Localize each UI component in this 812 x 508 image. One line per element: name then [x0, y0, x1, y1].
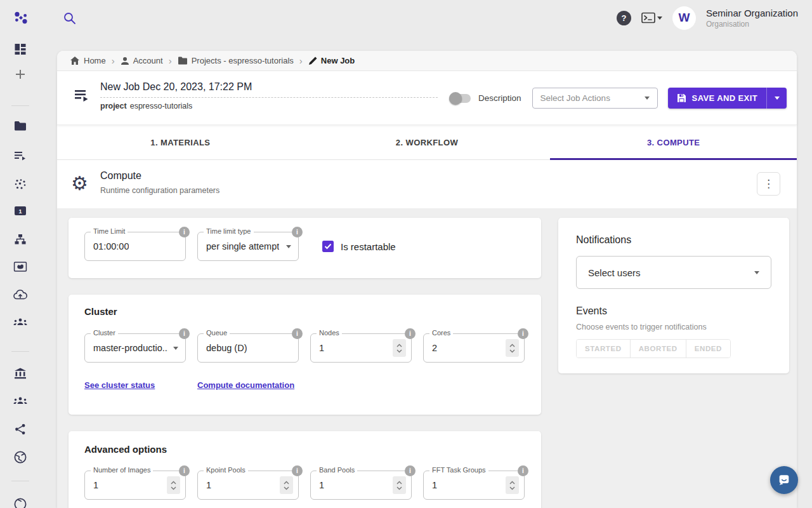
terminal-menu[interactable] — [641, 12, 662, 23]
globe-icon[interactable] — [14, 451, 27, 464]
tab-workflow[interactable]: 2. WORKFLOW — [304, 125, 551, 159]
kebab-menu-button[interactable]: ⋮ — [757, 172, 780, 196]
queue-field[interactable]: Queue debug (D) i — [197, 333, 299, 363]
folder-icon[interactable] — [14, 121, 27, 131]
chevron-down-icon — [286, 245, 291, 248]
svg-text:1: 1 — [18, 208, 22, 215]
users-icon[interactable] — [13, 396, 27, 405]
avatar[interactable]: W — [672, 6, 696, 30]
info-icon[interactable]: i — [179, 227, 190, 237]
event-ended-button[interactable]: ENDED — [686, 340, 730, 358]
info-icon[interactable]: i — [292, 465, 303, 476]
image-frame-icon[interactable] — [14, 262, 27, 272]
field-label: Number of Images — [91, 466, 153, 474]
cloud-upload-icon[interactable] — [13, 290, 27, 300]
dashboard-icon[interactable] — [15, 43, 27, 55]
job-actions-select[interactable]: Select Job Actions — [532, 88, 658, 109]
materials-dots-icon[interactable] — [14, 178, 27, 190]
breadcrumb-projects[interactable]: Projects - espresso-tutorials — [178, 56, 294, 65]
info-icon[interactable]: i — [292, 227, 303, 237]
team-icon[interactable] — [13, 318, 27, 326]
cluster-card-title: Cluster — [84, 306, 541, 317]
band-pools-stepper[interactable]: Band Pools 1 i — [310, 471, 412, 500]
cluster-status-link[interactable]: See cluster status — [84, 380, 197, 390]
field-label: Time Limit — [91, 227, 128, 235]
chevron-separator: › — [169, 55, 172, 66]
time-limit-card: Time Limit 01:00:00 i Time limit type pe… — [69, 218, 541, 278]
share-icon[interactable] — [15, 424, 26, 435]
number-spinner[interactable] — [393, 339, 406, 357]
cluster-card: Cluster Cluster master-productio... i Qu… — [69, 295, 541, 415]
save-dropdown-button[interactable] — [766, 88, 787, 109]
info-icon[interactable]: i — [405, 328, 416, 339]
chevron-down-icon — [173, 347, 178, 350]
job-title[interactable]: New Job Dec 20, 2023, 17:22 PM — [100, 81, 438, 98]
app-screen: ? W Seminar Organization Organisation — [0, 0, 812, 508]
field-label: Band Pools — [317, 466, 357, 474]
save-and-exit-button[interactable]: SAVE AND EXIT — [668, 88, 787, 109]
info-icon[interactable]: i — [405, 465, 416, 476]
number-spinner[interactable] — [280, 476, 293, 494]
chevron-down-icon — [754, 271, 759, 274]
event-started-button[interactable]: STARTED — [577, 340, 631, 358]
sidebar: 1 — [0, 36, 41, 508]
chevron-down-icon — [657, 17, 662, 20]
app-logo-icon[interactable] — [13, 10, 29, 27]
field-label: Cores — [429, 329, 453, 337]
job-header-actions: Description Select Job Actions SAVE AND … — [449, 71, 787, 125]
number-spinner[interactable] — [167, 476, 180, 494]
card-number-icon[interactable]: 1 — [14, 206, 27, 216]
info-icon[interactable]: i — [179, 465, 190, 476]
info-icon[interactable]: i — [518, 328, 528, 339]
checkbox-checked-icon[interactable] — [322, 241, 334, 252]
breadcrumb-account[interactable]: Account — [121, 56, 163, 65]
field-label: Time limit type — [204, 227, 254, 235]
chat-bubble-icon — [776, 472, 792, 488]
globe-partial-icon[interactable] — [14, 498, 27, 508]
org-menu[interactable]: Seminar Organization Organisation — [706, 8, 798, 29]
breadcrumb-new-job[interactable]: New Job — [308, 56, 355, 65]
folder-icon — [178, 57, 188, 65]
bank-icon[interactable] — [14, 368, 27, 379]
cores-stepper[interactable]: Cores 2 i — [423, 333, 525, 363]
save-button-main[interactable]: SAVE AND EXIT — [668, 88, 766, 109]
select-users-dropdown[interactable]: Select users — [576, 256, 771, 289]
breadcrumb-home[interactable]: Home — [70, 56, 106, 65]
fft-task-groups-stepper[interactable]: FFT Task Groups 1 i — [423, 471, 525, 500]
job-title-block: New Job Dec 20, 2023, 17:22 PM projectes… — [100, 81, 438, 110]
jobs-list-icon[interactable] — [14, 150, 27, 161]
workflow-tree-icon[interactable] — [14, 234, 27, 245]
tab-materials[interactable]: 1. MATERIALS — [57, 125, 304, 159]
time-limit-type-select[interactable]: Time limit type per single attempt i — [197, 232, 299, 261]
description-toggle[interactable] — [449, 94, 471, 103]
field-label: FFT Task Groups — [429, 466, 488, 474]
field-label: Queue — [204, 329, 230, 337]
search-icon[interactable] — [62, 11, 77, 26]
person-icon — [121, 57, 129, 65]
sidebar-divider — [11, 105, 29, 106]
cluster-select[interactable]: Cluster master-productio... i — [84, 333, 186, 363]
org-name: Seminar Organization — [706, 8, 798, 18]
compute-content: Time Limit 01:00:00 i Time limit type pe… — [57, 208, 797, 508]
chat-support-button[interactable] — [770, 466, 798, 494]
event-aborted-button[interactable]: ABORTED — [631, 340, 686, 358]
sidebar-divider — [11, 351, 29, 352]
is-restartable-checkbox[interactable]: Is restartable — [322, 241, 396, 252]
job-title-icon[interactable] — [74, 88, 90, 105]
plus-icon[interactable] — [15, 69, 26, 80]
project-label: project — [100, 102, 127, 110]
info-icon[interactable]: i — [292, 328, 303, 339]
info-icon[interactable]: i — [518, 465, 528, 476]
number-spinner[interactable] — [506, 339, 519, 357]
number-spinner[interactable] — [393, 476, 406, 494]
number-spinner[interactable] — [506, 476, 519, 494]
kpoint-pools-stepper[interactable]: Kpoint Pools 1 i — [197, 471, 299, 500]
help-icon[interactable]: ? — [617, 11, 631, 25]
tab-compute[interactable]: 3. COMPUTE — [550, 125, 797, 159]
nodes-stepper[interactable]: Nodes 1 i — [310, 333, 412, 363]
gear-icon: ⚙ — [71, 173, 88, 194]
compute-documentation-link[interactable]: Compute documentation — [197, 380, 294, 390]
time-limit-field[interactable]: Time Limit 01:00:00 i — [84, 232, 186, 261]
number-of-images-stepper[interactable]: Number of Images 1 i — [84, 471, 186, 500]
info-icon[interactable]: i — [179, 328, 190, 339]
